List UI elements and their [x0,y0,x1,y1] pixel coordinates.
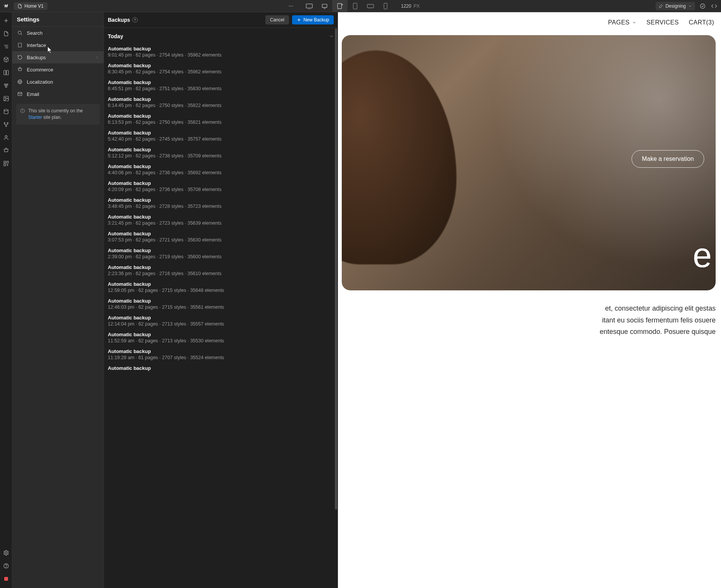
mode-label: Designing [666,3,686,9]
backup-item[interactable]: Automatic backup8:30:45 pm · 62 pages · … [108,61,334,78]
body-line-3: entesque commodo. Posuere quisque [342,326,716,338]
phone-portrait-icon[interactable] [378,0,393,12]
chevron-down-icon [688,4,692,8]
backup-meta: 12:59:05 pm · 62 pages · 2715 styles · 3… [108,288,334,293]
audit-indicator[interactable] [0,573,12,585]
globe-icon [17,79,23,85]
backup-meta: 5:42:40 pm · 62 pages · 2745 styles · 35… [108,136,334,142]
chevron-down-icon [329,34,334,39]
nav-cart[interactable]: CART(3) [689,19,714,26]
cancel-button[interactable]: Cancel [265,15,289,24]
desktop-large-icon[interactable] [302,0,317,12]
pages-icon[interactable] [0,28,12,40]
mode-selector[interactable]: Designing [656,2,695,10]
backup-item[interactable]: Automatic backup [108,363,334,374]
backup-group-header[interactable]: Today [108,32,334,44]
phone-landscape-icon[interactable] [363,0,378,12]
page-name: Home V1 [24,3,44,9]
backup-title: Automatic backup [108,147,334,152]
navigator-icon[interactable] [0,40,12,53]
backup-item[interactable]: Automatic backup12:14:04 pm · 62 pages ·… [108,313,334,330]
add-element-icon[interactable] [0,15,12,27]
settings-item-backups[interactable]: Backups [12,51,104,63]
svg-rect-20 [6,70,8,75]
backup-meta: 3:07:53 pm · 62 pages · 2721 styles · 35… [108,237,334,243]
svg-point-0 [289,5,290,6]
breakpoint-unit: PX [414,3,420,9]
backup-item[interactable]: Automatic backup3:07:53 pm · 62 pages · … [108,229,334,246]
backup-item[interactable]: Automatic backup3:48:45 pm · 62 pages · … [108,195,334,212]
backup-title: Automatic backup [108,281,334,287]
cms-icon[interactable] [0,105,12,118]
svg-rect-19 [4,70,6,75]
ecommerce-icon[interactable] [0,144,12,157]
webflow-logo-icon[interactable] [3,2,11,10]
backup-title: Automatic backup [108,79,334,85]
backup-item[interactable]: Automatic backup4:40:06 pm · 62 pages · … [108,162,334,178]
components-icon[interactable] [0,53,12,66]
backup-item[interactable]: Automatic backup5:12:12 pm · 62 pages · … [108,145,334,162]
breakpoint-size[interactable]: 1220 PX [401,3,420,9]
backup-title: Automatic backup [108,113,334,119]
styles-icon[interactable] [0,79,12,92]
scrollbar-thumb[interactable] [335,28,337,510]
tablet-portrait-icon[interactable] [348,0,363,12]
users-icon[interactable] [0,131,12,144]
settings-item-ecommerce[interactable]: Ecommerce [12,63,104,76]
backup-title: Automatic backup [108,298,334,304]
backup-item[interactable]: Automatic backup6:14:45 pm · 62 pages · … [108,94,334,111]
settings-gear-icon[interactable] [0,547,12,559]
plan-link[interactable]: Starter [28,115,42,120]
backup-item[interactable]: Automatic backup9:01:45 pm · 62 pages · … [108,44,334,61]
svg-rect-31 [4,161,6,163]
desktop-icon[interactable] [317,0,332,12]
backup-item[interactable]: Automatic backup11:19:28 am · 61 pages ·… [108,347,334,363]
settings-item-email[interactable]: Email [12,88,104,100]
backup-item[interactable]: Automatic backup6:45:51 pm · 62 pages · … [108,78,334,94]
help-icon[interactable] [0,560,12,572]
backup-item[interactable]: Automatic backup3:21:45 pm · 62 pages · … [108,212,334,229]
svg-point-2 [292,5,293,6]
backup-title: Automatic backup [108,63,334,68]
tablet-add-icon[interactable] [332,0,348,12]
backup-item[interactable]: Automatic backup12:59:05 pm · 62 pages ·… [108,279,334,296]
settings-item-interface[interactable]: Interface [12,39,104,51]
backup-title: Automatic backup [108,264,334,270]
backup-item[interactable]: Automatic backup4:20:09 pm · 62 pages · … [108,178,334,195]
apps-icon[interactable] [0,157,12,170]
settings-item-search[interactable]: Search [12,27,104,39]
body-line-2: itant eu sociis fermentum felis osuere [342,314,716,326]
backup-meta: 11:52:59 am · 62 pages · 2713 styles · 3… [108,338,334,343]
backup-item[interactable]: Automatic backup6:13:53 pm · 62 pages · … [108,111,334,128]
backup-item[interactable]: Automatic backup2:23:36 pm · 62 pages · … [108,262,334,279]
backup-item[interactable]: Automatic backup12:46:03 pm · 62 pages ·… [108,296,334,313]
settings-item-label: Localization [27,79,53,85]
plan-notice-suffix: site plan. [42,115,62,120]
backup-meta: 12:46:03 pm · 62 pages · 2715 styles · 3… [108,305,334,310]
backup-meta: 2:23:36 pm · 62 pages · 2716 styles · 35… [108,271,334,276]
variables-icon[interactable] [0,66,12,79]
settings-item-localization[interactable]: Localization [12,76,104,88]
new-backup-button[interactable]: New Backup [292,15,334,24]
assets-icon[interactable] [0,92,12,105]
settings-item-label: Email [27,91,39,97]
svg-point-21 [4,84,6,85]
page-selector[interactable]: Home V1 [14,2,47,10]
logic-icon[interactable] [0,118,12,131]
svg-point-27 [4,123,5,124]
check-circle-icon[interactable] [699,2,706,10]
settings-item-label: Ecommerce [27,67,53,73]
svg-point-38 [6,567,6,567]
help-circle-icon[interactable]: ? [132,17,138,23]
backup-meta: 5:12:12 pm · 62 pages · 2738 styles · 35… [108,153,334,159]
code-icon[interactable] [710,2,718,10]
nav-pages[interactable]: PAGES [608,19,637,26]
body-text: et, consectetur adipiscing elit gestas i… [342,303,716,338]
more-icon[interactable] [283,0,299,12]
backup-item[interactable]: Automatic backup2:39:00 pm · 62 pages · … [108,246,334,262]
reserve-button[interactable]: Make a reservation [632,150,704,168]
backup-item[interactable]: Automatic backup11:52:59 am · 62 pages ·… [108,330,334,347]
backup-item[interactable]: Automatic backup5:42:40 pm · 62 pages · … [108,128,334,145]
settings-item-label: Search [27,30,42,36]
nav-services[interactable]: SERVICES [646,19,679,26]
